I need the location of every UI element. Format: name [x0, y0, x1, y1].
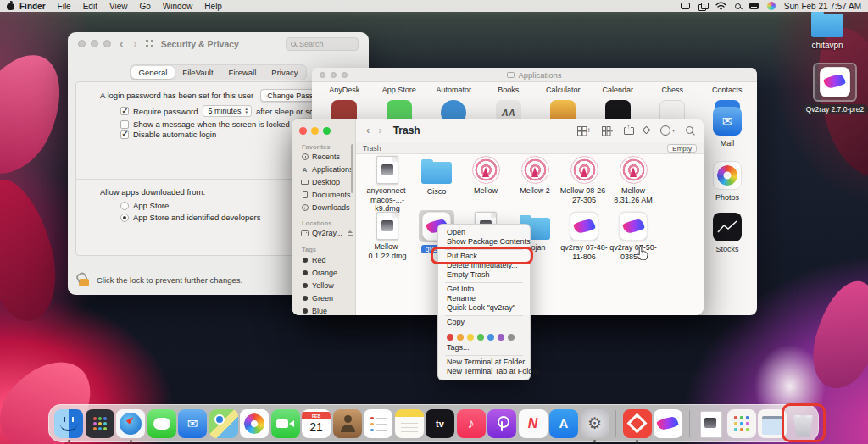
file-qv2ray-0750[interactable]: qv2ray 07-50-038592	[608, 212, 659, 261]
tag-green[interactable]	[477, 334, 484, 341]
dock-contacts[interactable]	[333, 409, 362, 438]
sidebar-scrollbar[interactable]	[351, 144, 353, 193]
wifi-icon[interactable]	[715, 2, 726, 10]
more-actions-button[interactable]: ⋯ ▾	[660, 125, 675, 136]
eject-icon[interactable]	[348, 230, 353, 236]
dock-facetime[interactable]	[271, 409, 300, 438]
app-label[interactable]: Calculator	[536, 86, 591, 94]
minimize-button[interactable]	[311, 127, 319, 135]
tab-general[interactable]: General	[131, 66, 175, 79]
desktop-icon-chitavpn[interactable]: chitavpn	[805, 14, 849, 50]
dock-trash[interactable]	[789, 409, 818, 438]
file-qv2ray-0748[interactable]: qv2ray 07-48-11-806	[559, 212, 609, 261]
dock-tv[interactable]: tv	[426, 409, 454, 438]
display-icon[interactable]	[681, 3, 690, 9]
zoom-button[interactable]	[323, 127, 331, 135]
require-password-select[interactable]: 5 minutes ▲▼	[203, 105, 253, 117]
dock-finder[interactable]	[54, 409, 83, 438]
tab-privacy[interactable]: Privacy	[264, 66, 305, 79]
close-button[interactable]	[320, 72, 326, 78]
menubar-clock[interactable]: Sun Feb 21 7:57 AM	[784, 2, 861, 11]
menu-item-show-package-contents[interactable]: Show Package Contents	[438, 237, 530, 247]
tag-yellow[interactable]	[467, 334, 474, 341]
app-item-photos[interactable]: Photos	[713, 161, 742, 202]
file-mellow-dmg[interactable]: Mellow-0.1.22.dmg	[362, 212, 413, 260]
sidebar-tag-yellow[interactable]: Yellow	[301, 281, 334, 290]
desktop-icon-qv2ray[interactable]: Qv2ray 2.7.0-pre2	[812, 63, 858, 114]
menu-finder[interactable]: Finder	[19, 2, 46, 11]
show-all-icon[interactable]	[146, 40, 153, 47]
dock-calendar[interactable]: FEB21	[302, 409, 331, 438]
app-label[interactable]: Automator	[426, 86, 481, 94]
search-field[interactable]: Search	[286, 37, 359, 51]
dock-applications-stack[interactable]	[727, 409, 756, 438]
app-label[interactable]: Books	[481, 86, 537, 94]
sidebar-tag-blue[interactable]: Blue	[301, 307, 327, 315]
dock-system-preferences[interactable]: ⚙	[581, 409, 609, 438]
menu-help[interactable]: Help	[204, 2, 222, 11]
menu-view[interactable]: View	[109, 2, 128, 11]
dock-safari[interactable]	[116, 409, 145, 438]
close-button[interactable]	[78, 40, 86, 47]
app-label[interactable]: AnyDesk	[317, 86, 372, 94]
forward-button[interactable]: ›	[133, 38, 136, 49]
menu-item-quick-look[interactable]: Quick Look "qv2ray"	[438, 303, 530, 313]
dock-maps[interactable]	[209, 409, 238, 438]
sidebar-tag-green[interactable]: Green	[301, 294, 333, 302]
app-label[interactable]: Calendar	[591, 86, 646, 94]
siri-icon[interactable]	[767, 2, 776, 10]
tab-firewall[interactable]: Firewall	[221, 66, 264, 79]
forward-button[interactable]: ›	[378, 125, 381, 136]
menu-item-rename[interactable]: Rename	[438, 294, 530, 303]
app-item-stocks[interactable]: Stocks	[713, 213, 742, 253]
dock-mail[interactable]: ✉	[178, 409, 207, 438]
tag-gray[interactable]	[508, 334, 515, 341]
minimize-button[interactable]	[91, 40, 98, 47]
sidebar-item-recents[interactable]: Recents	[301, 153, 340, 161]
sidebar-item-desktop[interactable]: Desktop	[301, 178, 340, 186]
menu-item-tags[interactable]: Tags...	[438, 343, 530, 352]
dock-disk-image-file[interactable]	[696, 409, 725, 438]
file-mellow-08[interactable]: Mellow 08-26-27-305	[559, 156, 609, 204]
apple-menu-icon[interactable]	[7, 2, 14, 10]
menu-item-new-terminal[interactable]: New Terminal at Folder	[438, 358, 530, 367]
close-button[interactable]	[299, 127, 307, 135]
app-label[interactable]: Contacts	[700, 86, 755, 94]
file-mellow[interactable]: Mellow	[460, 156, 511, 196]
dock-downloads-stack[interactable]	[758, 409, 787, 438]
file-cisco-folder[interactable]: Cisco	[411, 156, 462, 197]
radio-identified-developers[interactable]	[120, 214, 129, 222]
empty-trash-button[interactable]: Empty	[667, 144, 697, 153]
menu-item-empty-trash[interactable]: Empty Trash	[438, 270, 530, 280]
minimize-button[interactable]	[331, 72, 337, 78]
tag-orange[interactable]	[457, 334, 464, 341]
menu-item-new-terminal-tab[interactable]: New Terminal Tab at Folder	[438, 367, 530, 376]
sidebar-item-documents[interactable]: Documents	[301, 191, 351, 199]
app-label[interactable]: Chess	[645, 86, 700, 94]
dock-reminders[interactable]	[364, 409, 392, 438]
menu-file[interactable]: File	[58, 2, 71, 11]
dock-music[interactable]: ♪	[457, 409, 486, 438]
menu-window[interactable]: Window	[163, 2, 193, 11]
dock-podcasts[interactable]	[487, 409, 516, 438]
tag-icon[interactable]	[643, 126, 651, 135]
file-anyconnect-dmg[interactable]: anyconnect-macos-...-k9.dmg	[362, 156, 413, 214]
tag-blue[interactable]	[487, 334, 494, 341]
menu-item-open[interactable]: Open	[438, 228, 530, 237]
group-by-button[interactable]: ↕	[577, 126, 590, 134]
keyboard-icon[interactable]	[749, 3, 759, 9]
view-options-button[interactable]: ▾	[602, 126, 614, 134]
menu-item-get-info[interactable]: Get Info	[438, 285, 530, 294]
file-mellow-831[interactable]: Mellow 8.31.26 AM	[608, 156, 659, 204]
file-mellow-2[interactable]: Mellow 2	[509, 156, 560, 196]
tag-red[interactable]	[447, 334, 453, 341]
unlocked-padlock-icon[interactable]	[78, 273, 90, 286]
show-message-checkbox[interactable]	[120, 120, 129, 129]
radio-app-store[interactable]	[120, 202, 129, 210]
sidebar-item-downloads[interactable]: ↓ Downloads	[301, 203, 350, 212]
tag-purple[interactable]	[498, 334, 504, 341]
dock-notes[interactable]	[395, 409, 424, 438]
search-icon[interactable]	[686, 126, 693, 134]
zoom-button[interactable]	[342, 72, 348, 78]
windows-icon[interactable]	[698, 3, 707, 10]
